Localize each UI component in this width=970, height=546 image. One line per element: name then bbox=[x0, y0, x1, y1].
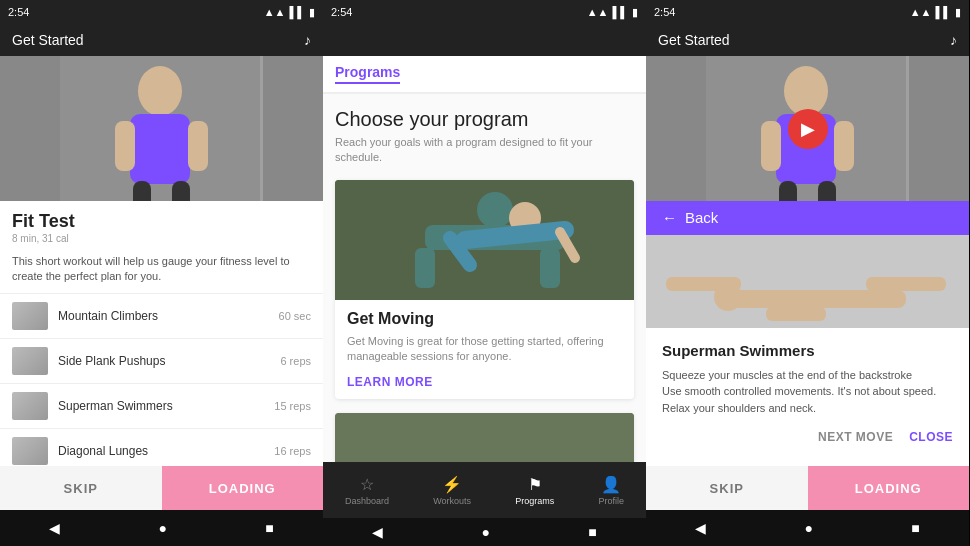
p3-skip-button[interactable]: SKIP bbox=[646, 466, 808, 510]
workout-title: Fit Test bbox=[12, 211, 311, 232]
workouts-label: Workouts bbox=[433, 496, 471, 506]
skip-button[interactable]: SKIP bbox=[0, 466, 162, 510]
exercise-reps-0: 60 sec bbox=[279, 310, 311, 322]
nav-dashboard[interactable]: ☆ Dashboard bbox=[345, 475, 389, 506]
profile-label: Profile bbox=[598, 496, 624, 506]
program-title: Get Moving bbox=[347, 310, 622, 328]
p1-header: Get Started ♪ bbox=[0, 24, 323, 56]
svg-rect-36 bbox=[866, 277, 946, 291]
p1-nav-bar: ◀ ● ■ bbox=[0, 510, 323, 546]
exercise-item-3: Diagonal Lunges16 reps bbox=[0, 429, 323, 466]
learn-more-button[interactable]: LEARN MORE bbox=[347, 375, 622, 389]
exercise-thumb-2 bbox=[12, 392, 48, 420]
play-button[interactable]: ▶ bbox=[788, 109, 828, 149]
back-nav-btn-2[interactable]: ◀ bbox=[372, 524, 383, 540]
nav-workouts[interactable]: ⚡ Workouts bbox=[433, 475, 471, 506]
modal-actions: NEXT MOVE CLOSE bbox=[662, 430, 953, 444]
svg-rect-27 bbox=[761, 121, 781, 171]
modal-card: Superman Swimmers Squeeze your muscles a… bbox=[646, 328, 969, 459]
modal-title: Superman Swimmers bbox=[662, 342, 953, 359]
back-nav-btn-3[interactable]: ◀ bbox=[695, 520, 706, 536]
programs-label: Programs bbox=[515, 496, 554, 506]
status-icons-3: ▲▲ ▌▌ ▮ bbox=[910, 6, 961, 19]
home-nav-btn-2[interactable]: ● bbox=[482, 524, 490, 540]
recent-nav-btn-3[interactable]: ■ bbox=[911, 520, 919, 536]
home-nav-btn[interactable]: ● bbox=[159, 520, 167, 536]
exercise-name-1: Side Plank Pushups bbox=[58, 354, 270, 368]
programs-tab[interactable]: Programs bbox=[335, 64, 400, 84]
p1-hero-bg bbox=[0, 56, 323, 201]
battery-icon-3: ▮ bbox=[955, 6, 961, 19]
nav-programs[interactable]: ⚑ Programs bbox=[515, 475, 554, 506]
svg-rect-30 bbox=[818, 181, 836, 201]
svg-rect-37 bbox=[666, 277, 741, 291]
dashboard-label: Dashboard bbox=[345, 496, 389, 506]
status-bar-1: 2:54 ▲▲ ▌▌ ▮ bbox=[0, 0, 323, 24]
wifi-icon: ▲▲ bbox=[264, 6, 286, 18]
exercise-name-2: Superman Swimmers bbox=[58, 399, 264, 413]
status-time-3: 2:54 bbox=[654, 6, 675, 18]
p3-nav-bar: ◀ ● ■ bbox=[646, 510, 969, 546]
music-icon: ♪ bbox=[304, 32, 311, 48]
dashboard-icon: ☆ bbox=[360, 475, 374, 494]
p2-nav-bar: ◀ ● ■ bbox=[323, 518, 646, 546]
workout-meta: 8 min, 31 cal bbox=[12, 233, 311, 244]
svg-rect-34 bbox=[726, 290, 906, 308]
choose-subtitle: Reach your goals with a program designed… bbox=[335, 135, 634, 166]
p3-loading-button[interactable]: LOADING bbox=[808, 466, 970, 510]
next-move-button[interactable]: NEXT MOVE bbox=[818, 430, 893, 444]
signal-icon: ▌▌ bbox=[289, 6, 305, 18]
wifi-icon-3: ▲▲ bbox=[910, 6, 932, 18]
svg-rect-29 bbox=[779, 181, 797, 201]
svg-rect-31 bbox=[646, 56, 706, 201]
exercise-reps-3: 16 reps bbox=[274, 445, 311, 457]
nav-profile[interactable]: 👤 Profile bbox=[598, 475, 624, 506]
modal-back-button[interactable]: ← Back bbox=[646, 201, 969, 235]
modal-desc-line-2: Use smooth controlled movements. It's no… bbox=[662, 383, 953, 400]
battery-icon: ▮ bbox=[309, 6, 315, 19]
svg-point-2 bbox=[138, 66, 182, 116]
p3-title: Get Started bbox=[658, 32, 730, 48]
exercise-reps-1: 6 reps bbox=[280, 355, 311, 367]
p1-content: Fit Test 8 min, 31 cal This short workou… bbox=[0, 201, 323, 466]
p1-title-section: Fit Test 8 min, 31 cal bbox=[0, 201, 323, 248]
panel-3: 2:54 ▲▲ ▌▌ ▮ Get Started ♪ ▶ bbox=[646, 0, 969, 546]
exercise-name-3: Diagonal Lunges bbox=[58, 444, 264, 458]
modal-desc-line-3: Relax your shoulders and neck. bbox=[662, 400, 953, 417]
status-time-1: 2:54 bbox=[8, 6, 29, 18]
recent-nav-btn[interactable]: ■ bbox=[265, 520, 273, 536]
exercise-list-1: Mountain Climbers60 secSide Plank Pushup… bbox=[0, 293, 323, 466]
p3-header: Get Started ♪ bbox=[646, 24, 969, 56]
exercise-reps-2: 15 reps bbox=[274, 400, 311, 412]
exercise-item-1: Side Plank Pushups6 reps bbox=[0, 339, 323, 384]
modal-description: Squeeze your muscles at the end of the b… bbox=[662, 367, 953, 417]
home-nav-btn-3[interactable]: ● bbox=[805, 520, 813, 536]
svg-rect-32 bbox=[909, 56, 969, 201]
p2-body: Choose your program Reach your goals wit… bbox=[323, 94, 646, 462]
choose-title: Choose your program bbox=[335, 108, 634, 131]
back-nav-btn[interactable]: ◀ bbox=[49, 520, 60, 536]
modal-desc-line-1: Squeeze your muscles at the end of the b… bbox=[662, 367, 953, 384]
recent-nav-btn-2[interactable]: ■ bbox=[588, 524, 596, 540]
profile-icon: 👤 bbox=[601, 475, 621, 494]
loading-button[interactable]: LOADING bbox=[162, 466, 324, 510]
program-card-image-2 bbox=[335, 413, 634, 462]
exercise-thumb-0 bbox=[12, 302, 48, 330]
svg-line-18 bbox=[465, 230, 565, 240]
svg-rect-9 bbox=[263, 56, 323, 201]
p2-bottom-nav: ☆ Dashboard ⚡ Workouts ⚑ Programs 👤 Prof… bbox=[323, 462, 646, 518]
exercise-thumb-1 bbox=[12, 347, 48, 375]
p3-music-icon: ♪ bbox=[950, 32, 957, 48]
program-desc: Get Moving is great for those getting st… bbox=[347, 334, 622, 365]
modal-exercise-image bbox=[646, 235, 969, 328]
svg-rect-3 bbox=[130, 114, 190, 184]
close-button[interactable]: CLOSE bbox=[909, 430, 953, 444]
svg-rect-38 bbox=[766, 307, 826, 321]
p1-hero-image bbox=[0, 56, 323, 201]
p3-content: Fit T This s...level to create... ← Back bbox=[646, 201, 969, 466]
exercise-thumb-3 bbox=[12, 437, 48, 465]
modal-image-svg bbox=[646, 235, 969, 328]
svg-rect-6 bbox=[133, 181, 151, 201]
svg-rect-4 bbox=[115, 121, 135, 171]
workout-description: This short workout will help us gauge yo… bbox=[0, 248, 323, 293]
